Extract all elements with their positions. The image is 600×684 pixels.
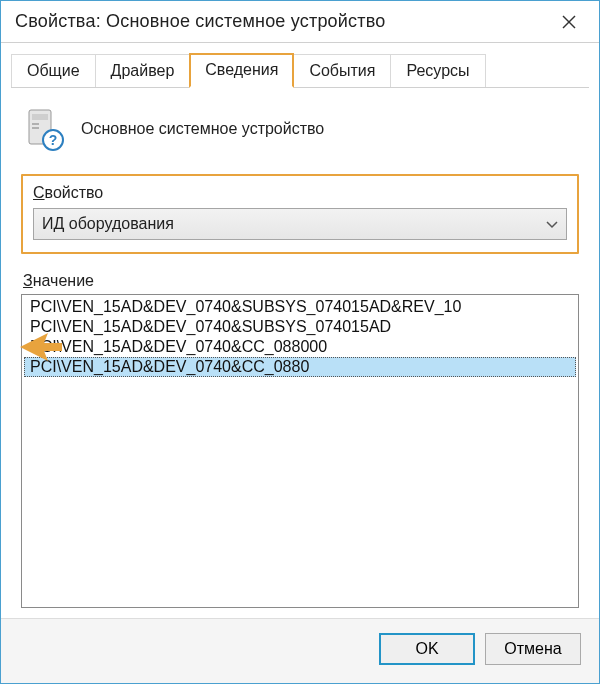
list-item[interactable]: PCI\VEN_15AD&DEV_0740&SUBSYS_074015AD&RE… (24, 297, 576, 317)
list-item[interactable]: PCI\VEN_15AD&DEV_0740&CC_088000 (24, 337, 576, 357)
dropdown-value: ИД оборудования (42, 215, 174, 233)
tab-label: Ресурсы (406, 62, 469, 79)
list-item[interactable]: PCI\VEN_15AD&DEV_0740&SUBSYS_074015AD (24, 317, 576, 337)
tab-general[interactable]: Общие (11, 54, 96, 87)
tab-label: События (309, 62, 375, 79)
property-label: Свойство (33, 184, 567, 202)
svg-rect-4 (32, 123, 39, 125)
device-header: ? Основное системное устройство (21, 106, 579, 152)
property-group: Свойство ИД оборудования (21, 174, 579, 254)
value-listbox[interactable]: PCI\VEN_15AD&DEV_0740&SUBSYS_074015AD&RE… (21, 294, 579, 608)
property-dropdown[interactable]: ИД оборудования (33, 208, 567, 240)
value-label: Значение (23, 272, 579, 290)
tab-label: Драйвер (111, 62, 175, 79)
svg-rect-3 (32, 114, 48, 120)
titlebar: Свойства: Основное системное устройство (1, 1, 599, 43)
device-icon: ? (21, 106, 67, 152)
value-list: PCI\VEN_15AD&DEV_0740&SUBSYS_074015AD&RE… (22, 295, 578, 379)
close-icon (562, 15, 576, 29)
tab-driver[interactable]: Драйвер (95, 54, 191, 87)
svg-text:?: ? (49, 132, 58, 148)
tab-details[interactable]: Сведения (189, 53, 294, 88)
tab-label: Общие (27, 62, 80, 79)
tab-label: Сведения (205, 61, 278, 78)
close-button[interactable] (547, 6, 591, 38)
list-item[interactable]: PCI\VEN_15AD&DEV_0740&CC_0880 (24, 357, 576, 377)
dialog-footer: OK Отмена (1, 618, 599, 683)
window-title: Свойства: Основное системное устройство (15, 11, 547, 32)
tab-content: ? Основное системное устройство Свойство… (1, 88, 599, 618)
svg-rect-5 (32, 127, 39, 129)
tab-events[interactable]: События (293, 54, 391, 87)
properties-window: Свойства: Основное системное устройство … (0, 0, 600, 684)
tabs: Общие Драйвер Сведения События Ресурсы (1, 43, 599, 87)
device-name: Основное системное устройство (81, 120, 324, 138)
cancel-button[interactable]: Отмена (485, 633, 581, 665)
chevron-down-icon (546, 215, 558, 233)
ok-button[interactable]: OK (379, 633, 475, 665)
tab-resources[interactable]: Ресурсы (390, 54, 485, 87)
